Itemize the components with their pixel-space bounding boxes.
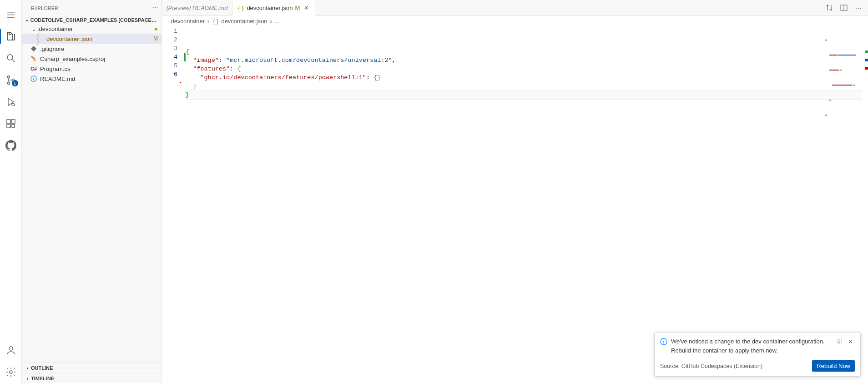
json-icon: { } — [36, 35, 44, 42]
csharp-icon: C# — [30, 65, 37, 72]
minimap[interactable] — [825, 26, 862, 31]
tab-label: [Preview] README.md — [167, 5, 227, 11]
svg-point-4 — [12, 103, 15, 106]
breadcrumb-segment[interactable]: ... — [275, 18, 280, 25]
close-icon[interactable]: ✕ — [302, 5, 310, 11]
svg-point-6 — [10, 371, 12, 373]
breadcrumb[interactable]: .devcontainer › { } devcontainer.json › … — [162, 16, 868, 26]
chevron-down-icon: ⌄ — [30, 25, 37, 32]
line-number: 2 — [162, 35, 186, 44]
line-number: 4 — [162, 53, 186, 61]
notification-message: We've noticed a change to the dev contai… — [671, 337, 831, 355]
overview-mark-error — [865, 67, 868, 70]
overview-mark-add — [865, 50, 868, 53]
explorer-icon[interactable] — [0, 25, 22, 47]
tree-item-label: .gitignore — [40, 45, 158, 52]
timeline-section[interactable]: › TIMELINE — [22, 373, 161, 383]
editor-area: [Preview] README.md { } devcontainer.jso… — [162, 0, 868, 383]
source-control-icon[interactable]: 1 — [0, 69, 22, 91]
explorer-more-icon[interactable]: ⋯ — [153, 5, 158, 11]
json-icon: { } — [237, 4, 244, 11]
svg-point-2 — [7, 82, 10, 85]
breadcrumb-segment[interactable]: devcontainer.json — [221, 18, 267, 25]
git-status-modified: M — [151, 35, 158, 42]
file-row[interactable]: README.md — [22, 74, 161, 84]
run-debug-icon[interactable] — [0, 91, 22, 113]
breadcrumb-segment[interactable]: .devcontainer — [169, 18, 205, 25]
chevron-down-icon: ⌄ — [24, 17, 30, 23]
notification-gear-icon[interactable] — [835, 337, 844, 346]
project-title: CODETOLIVE_CSHARP_EXAMPLES [CODESPACES: … — [30, 17, 158, 23]
notification-source: Source: GitHub Codespaces (Extension) — [660, 363, 762, 369]
file-tree: ⌄.devcontainer●{ }devcontainer.jsonM.git… — [22, 24, 161, 363]
overview-mark — [865, 59, 868, 61]
activity-bar: 1 — [0, 0, 22, 383]
close-icon[interactable]: ✕ — [846, 337, 855, 346]
svg-point-1 — [7, 76, 10, 78]
file-row[interactable]: Csharp_examples.csproj — [22, 54, 161, 64]
compare-changes-icon[interactable] — [823, 2, 835, 14]
json-icon: { } — [212, 17, 219, 25]
code-content[interactable]: { "image": "mcr.microsoft.com/devcontain… — [186, 26, 868, 383]
code-line[interactable]: } — [186, 82, 868, 91]
editor-body[interactable]: ▸ 123456 { "image": "mcr.microsoft.com/d… — [162, 26, 868, 383]
chevron-right-icon: › — [269, 18, 273, 25]
rebuild-now-button[interactable]: Rebuild Now — [812, 360, 855, 372]
file-row[interactable]: .gitignore — [22, 44, 161, 54]
explorer-header: EXPLORER ⋯ — [22, 0, 161, 16]
file-row[interactable]: C#Program.cs — [22, 64, 161, 74]
tab-bar: [Preview] README.md { } devcontainer.jso… — [162, 0, 868, 16]
notification-toast: We've noticed a change to the dev contai… — [654, 332, 861, 377]
line-number: 5 — [162, 61, 186, 70]
tab-devcontainer[interactable]: { } devcontainer.json M ✕ — [232, 0, 315, 16]
code-line[interactable]: } — [186, 91, 868, 99]
code-line[interactable]: "image": "mcr.microsoft.com/devcontainer… — [186, 56, 868, 65]
github-icon[interactable] — [0, 135, 22, 156]
svg-point-11 — [838, 341, 840, 343]
tab-readme-preview[interactable]: [Preview] README.md — [162, 0, 232, 15]
line-number-gutter: ▸ 123456 — [162, 26, 186, 383]
code-line[interactable]: { — [186, 47, 868, 56]
chevron-right-icon: › — [207, 18, 210, 25]
outline-section[interactable]: › OUTLINE — [22, 363, 161, 373]
tab-status-modified: M — [295, 5, 300, 11]
file-row[interactable]: { }devcontainer.jsonM — [22, 34, 161, 44]
line-number: 3 — [162, 44, 186, 53]
line-number: 6 — [162, 70, 186, 79]
git-icon — [30, 45, 37, 52]
code-line[interactable]: "ghcr.io/devcontainers/features/powershe… — [186, 73, 868, 82]
error-glyph-icon: ▸ — [179, 80, 182, 85]
settings-gear-icon[interactable] — [0, 361, 22, 383]
project-title-row[interactable]: ⌄ CODETOLIVE_CSHARP_EXAMPLES [CODESPACES… — [22, 16, 161, 24]
tree-item-label: Program.cs — [40, 66, 158, 72]
accounts-icon[interactable] — [0, 339, 22, 361]
menu-icon[interactable] — [0, 4, 22, 25]
svg-point-0 — [7, 55, 13, 60]
explorer-sidebar: EXPLORER ⋯ ⌄ CODETOLIVE_CSHARP_EXAMPLES … — [22, 0, 162, 383]
line-number: 1 — [162, 27, 186, 35]
split-editor-icon[interactable] — [838, 2, 850, 14]
tree-item-label: README.md — [40, 76, 158, 82]
info-icon — [30, 75, 37, 82]
tab-label: devcontainer.json — [247, 5, 293, 11]
chevron-right-icon: › — [24, 365, 31, 371]
tree-item-label: Csharp_examples.csproj — [40, 55, 158, 62]
xml-icon — [30, 55, 37, 62]
info-icon — [660, 338, 667, 345]
extensions-icon[interactable] — [0, 113, 22, 135]
modified-dot-icon: ● — [152, 25, 158, 32]
tree-item-label: .devcontainer — [37, 25, 152, 32]
code-line[interactable]: "features": { — [186, 65, 868, 73]
source-control-badge: 1 — [12, 80, 18, 86]
tree-item-label: devcontainer.json — [46, 35, 151, 42]
svg-point-5 — [9, 347, 13, 350]
explorer-header-label: EXPLORER — [31, 5, 58, 11]
search-icon[interactable] — [0, 47, 22, 69]
overview-ruler[interactable] — [862, 26, 868, 383]
chevron-right-icon: › — [24, 376, 31, 381]
more-actions-icon[interactable]: ⋯ — [853, 2, 864, 14]
